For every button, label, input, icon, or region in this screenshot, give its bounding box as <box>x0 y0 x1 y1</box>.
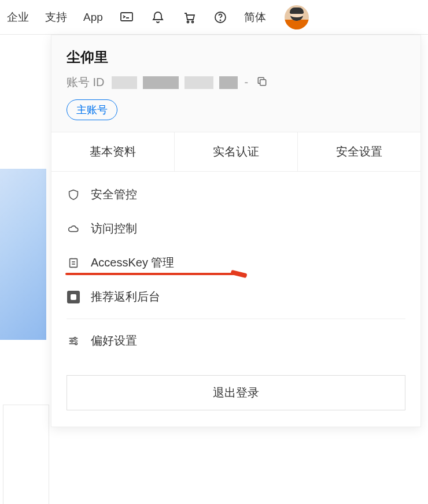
sliders-icon <box>67 334 80 348</box>
svg-rect-6 <box>70 258 78 267</box>
item-security-control[interactable]: 安全管控 <box>51 177 420 212</box>
item-label: AccessKey 管理 <box>91 255 174 270</box>
mask-dash: - <box>245 76 249 89</box>
cart-icon[interactable] <box>182 10 197 25</box>
username: 尘仰里 <box>67 48 405 66</box>
nav-app[interactable]: App <box>83 11 103 24</box>
account-id-row: 账号 ID - <box>67 75 405 90</box>
svg-point-2 <box>191 21 193 23</box>
logout-button[interactable]: 退出登录 <box>67 375 405 410</box>
user-dropdown: 尘仰里 账号 ID - 主账号 基本资料 实名认证 安全设置 安全管控 <box>51 35 421 427</box>
svg-point-9 <box>75 342 78 344</box>
top-nav: 企业 支持 App 简体 <box>0 0 428 35</box>
mask-segment <box>143 76 179 89</box>
account-id-masked: - <box>112 76 250 89</box>
logout-section: 退出登录 <box>51 364 420 427</box>
svg-point-4 <box>220 20 220 20</box>
terminal-icon[interactable] <box>119 10 134 25</box>
svg-point-8 <box>71 340 73 342</box>
tab-basic-info[interactable]: 基本资料 <box>51 132 175 172</box>
item-label: 访问控制 <box>91 221 137 236</box>
nav-support[interactable]: 支持 <box>45 10 67 25</box>
dropdown-list: 安全管控 访问控制 AccessKey 管理 推荐返利后台 偏好设置 <box>51 172 420 364</box>
key-icon <box>67 256 80 270</box>
svg-point-7 <box>74 337 76 339</box>
nav-language[interactable]: 简体 <box>244 10 266 25</box>
background-card <box>3 405 49 504</box>
nav-enterprise[interactable]: 企业 <box>7 10 29 25</box>
rebate-icon <box>67 290 80 304</box>
background-banner <box>0 169 46 340</box>
tab-security-settings[interactable]: 安全设置 <box>298 132 420 172</box>
item-label: 偏好设置 <box>91 333 137 349</box>
mask-segment <box>112 76 137 89</box>
svg-rect-5 <box>260 79 266 85</box>
item-label: 安全管控 <box>91 187 137 202</box>
divider <box>67 318 405 319</box>
mask-segment <box>185 76 213 89</box>
bell-icon[interactable] <box>150 10 165 25</box>
item-rebate-backend[interactable]: 推荐返利后台 <box>51 280 420 314</box>
dropdown-header: 尘仰里 账号 ID - 主账号 <box>51 35 420 132</box>
avatar[interactable] <box>285 5 309 29</box>
item-preferences[interactable]: 偏好设置 <box>51 324 420 358</box>
cloud-icon <box>67 222 80 236</box>
dropdown-tabs: 基本资料 实名认证 安全设置 <box>51 132 420 172</box>
help-icon[interactable] <box>213 10 228 25</box>
tab-real-name[interactable]: 实名认证 <box>175 132 298 172</box>
account-type-badge: 主账号 <box>67 99 117 120</box>
svg-point-1 <box>187 21 189 23</box>
item-accesskey-management[interactable]: AccessKey 管理 <box>51 246 420 280</box>
item-label: 推荐返利后台 <box>91 289 160 305</box>
svg-rect-0 <box>121 13 132 21</box>
mask-segment <box>219 76 238 89</box>
account-id-label: 账号 ID <box>67 75 105 90</box>
shield-icon <box>67 188 80 202</box>
item-access-control[interactable]: 访问控制 <box>51 212 420 246</box>
copy-icon[interactable] <box>256 76 268 90</box>
